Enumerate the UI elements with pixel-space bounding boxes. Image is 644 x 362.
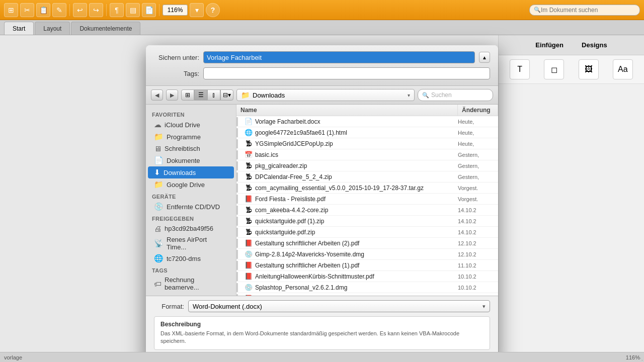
tab-start[interactable]: Start [4, 22, 34, 35]
view-list-btn[interactable]: ☰ [194, 89, 207, 101]
sidebar-item-icloud[interactable]: ☁ iCloud Drive [148, 119, 234, 131]
sidebar-item-downloads[interactable]: ⬇ Downloads [148, 166, 234, 178]
file-list-container[interactable]: Name Änderung 📄 Vorlage Facharbeit.docx … [236, 105, 498, 296]
file-icon: 📅 [244, 150, 253, 159]
main-toolbar: ⊞ ✂ 📋 ✎ ↩ ↪ ¶ ▤ 📄 ▾ ? 🔍 [0, 0, 644, 20]
bild-btn[interactable]: 🖼 [579, 59, 599, 79]
undo-btn[interactable]: ↩ [73, 3, 87, 17]
redo-btn[interactable]: ↪ [89, 3, 103, 17]
view-icons-btn[interactable]: ⊞ [181, 89, 194, 101]
file-icon: 🗜 [244, 139, 253, 148]
file-item[interactable]: 🗜 quickstartguide.pdf (1).zip 14.10.2 [236, 216, 498, 227]
sidebar-item-label: tc7200-dms [167, 255, 201, 262]
sidebar-item-hp3cd[interactable]: 🖨 hp3cd92ba49f56 [148, 223, 234, 234]
file-name: com_akeeba-4.4.2-core.zip [255, 207, 458, 214]
folder-icon: 📁 [241, 91, 250, 99]
file-icon: 📕 [244, 261, 253, 270]
file-name: Splashtop_Personal_v2.6.2.1.dmg [255, 284, 458, 291]
format-select[interactable]: Word-Dokument (.docx) ▾ [188, 300, 490, 312]
file-date: 14.10.2 [458, 207, 498, 213]
file-date: Gestern, [458, 174, 498, 180]
collapse-btn[interactable]: ▲ [479, 52, 490, 63]
file-item[interactable]: 🌐 google64772e1c9a5fae61 (1).html Heute, [236, 127, 498, 138]
file-item[interactable]: 📕 AnleitungHalloweenKürbis-Schnittmuster… [236, 271, 498, 282]
location-dropdown[interactable]: 📁 Downloads ▾ [236, 89, 415, 101]
file-date: Heute, [458, 130, 498, 136]
search-field[interactable]: 🔍 Suchen [418, 89, 493, 101]
status-bar: vorlage 116% ⋱ [0, 352, 644, 362]
sidebar-item-dokumente[interactable]: 📄 Dokumente [148, 154, 234, 166]
help-btn[interactable]: ? [206, 3, 220, 17]
view-more-btn[interactable]: ⊟▾ [220, 89, 233, 101]
sidebar-item-renes[interactable]: 📡 Renes AirPort Time... [148, 234, 234, 252]
status-right: 116% ⋱ [626, 354, 640, 360]
file-item[interactable]: 📄 Vorlage Facharbeit.docx Heute, [236, 116, 498, 127]
designs-panel-btn[interactable]: Aa [613, 59, 633, 79]
back-btn[interactable]: ◀ [151, 89, 163, 101]
toolbar-btn-3[interactable]: 📋 [36, 3, 50, 17]
file-item[interactable]: 🗜 quickstartguide.pdf.zip 14.10.2 [236, 227, 498, 238]
zoom-input[interactable] [163, 5, 188, 16]
file-item[interactable]: 📕 Gestaltung schriftlicher Arbeiten (2).… [236, 238, 498, 249]
toolbar-sep-2 [106, 4, 107, 16]
tags-input[interactable] [203, 67, 490, 79]
dialog-top: Sichern unter: ▲ Tags: [146, 45, 498, 86]
file-date: Vorgest. [458, 196, 498, 202]
toolbar-btn-2[interactable]: ✂ [20, 3, 34, 17]
tab-layout[interactable]: Layout [35, 22, 70, 35]
file-item[interactable]: 📅 basic.ics Gestern, [236, 149, 498, 160]
file-item[interactable]: 🗜 YGSimpleGridJCEPopUp.zip Heute, [236, 138, 498, 149]
file-item[interactable]: 🗜 com_akeeba-4.4.2-core.zip 14.10.2 [236, 205, 498, 216]
file-item[interactable]: 💿 Gimp-2.8.14p2-Mavericks-Yosemite.dmg 1… [236, 249, 498, 260]
textfeld-btn[interactable]: T [510, 59, 530, 79]
file-date: Heute, [458, 119, 498, 125]
sidebar-item-programme[interactable]: 📁 Programme [148, 131, 234, 143]
doc-btn[interactable]: 📄 [142, 3, 156, 17]
tag-icon: 🏷 [154, 280, 162, 288]
zoom-dropdown[interactable]: ▾ [190, 3, 204, 17]
file-icon: 🗜 [244, 172, 253, 182]
doc-search-input[interactable] [541, 7, 635, 14]
file-item[interactable]: 🗜 com_acymailing_essential_v5.0.0_2015-1… [236, 183, 498, 194]
file-item[interactable]: 🗜 DPCalendar-Free_5_2_4.zip Gestern, [236, 171, 498, 183]
file-item[interactable]: 📕 Gestaltung schriftlicher Arbeiten (1).… [236, 260, 498, 271]
para-btn[interactable]: ¶ [110, 3, 124, 17]
sidebar-item-cddvd[interactable]: 💿 Entfernte CD/DVD [148, 201, 234, 213]
file-date: Heute, [458, 141, 498, 147]
toolbar-btn-4[interactable]: ✎ [52, 3, 66, 17]
file-item[interactable]: 📕 Duesseldorfer-Tabelle-01-08-2015-Anmer… [236, 293, 498, 296]
sidebar-item-label: Google Drive [167, 181, 205, 189]
sidebar-item-rechnung[interactable]: 🏷 Rechnung beamerve... [148, 275, 234, 293]
tab-bar: Start Layout Dokumentelemente [0, 20, 644, 35]
col-header-date[interactable]: Änderung [458, 105, 498, 116]
forward-btn[interactable]: ▶ [166, 89, 178, 101]
file-icon: 🗜 [244, 161, 253, 170]
doc-search-box[interactable]: 🔍 [529, 5, 640, 16]
filename-input[interactable] [203, 51, 475, 63]
right-panel-icons: T ◻ 🖼 Aa [499, 55, 644, 84]
sidebar-item-tc7200[interactable]: 🌐 tc7200-dms [148, 252, 234, 264]
sidebar-item-schreibtisch[interactable]: 🖥 Schreibtisch [148, 143, 234, 154]
file-item[interactable]: 🗜 pkg_gicalreader.zip Gestern, [236, 160, 498, 171]
layout-btn[interactable]: ▤ [126, 3, 140, 17]
file-icon: 🗜 [244, 228, 253, 237]
format-row: Format: Word-Dokument (.docx) ▾ [154, 300, 490, 312]
file-icon: 🗜 [244, 217, 253, 226]
col-header-name[interactable]: Name [236, 105, 458, 116]
sidebar-item-label: Entfernte CD/DVD [167, 203, 220, 211]
resize-handle[interactable]: ⋱ [636, 354, 644, 362]
file-date: 10.10.2 [458, 285, 498, 291]
search-field-label: Suchen [431, 92, 452, 99]
file-item[interactable]: 📕 Ford Fiesta - Preisliste.pdf Vorgest. [236, 194, 498, 205]
toolbar-btn-1[interactable]: ⊞ [4, 3, 18, 17]
sidebar-item-label: Rechnung beamerve... [165, 276, 228, 291]
googledrive-icon: 📁 [154, 180, 164, 189]
sidebar-item-label: hp3cd92ba49f56 [165, 225, 213, 232]
file-item[interactable]: 💿 Splashtop_Personal_v2.6.2.1.dmg 10.10.… [236, 282, 498, 293]
sidebar-item-googledrive[interactable]: 📁 Google Drive [148, 178, 234, 191]
content-area: Einfügen Designs T ◻ 🖼 Aa [0, 35, 644, 362]
tab-dokumentelemente[interactable]: Dokumentelemente [71, 22, 140, 35]
tags-title: Tags [146, 264, 236, 275]
view-columns-btn[interactable]: ⫿ [207, 89, 220, 101]
form-btn[interactable]: ◻ [544, 59, 564, 79]
